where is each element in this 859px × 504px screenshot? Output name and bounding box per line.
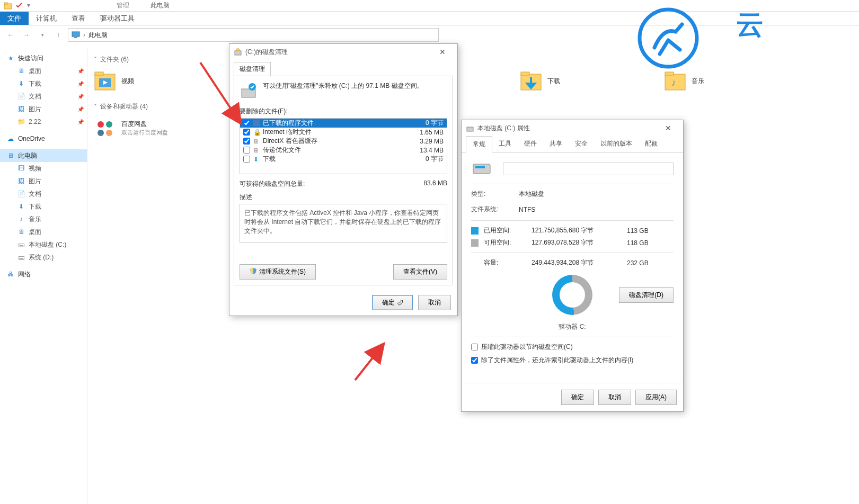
tab-file[interactable]: 文件 bbox=[0, 12, 29, 25]
tree-drive-c[interactable]: 🖴本地磁盘 (C:) bbox=[0, 238, 87, 251]
dialog-title-bar[interactable]: 本地磁盘 (C:) 属性 ✕ bbox=[462, 120, 683, 136]
drive-properties-dialog: 本地磁盘 (C:) 属性 ✕ 常规 工具 硬件 共享 安全 以前的版本 配额 类… bbox=[461, 120, 684, 412]
tree-this-pc[interactable]: 🖥此电脑 bbox=[0, 149, 87, 162]
tab-security[interactable]: 安全 bbox=[569, 136, 594, 152]
window-title: 此电脑 bbox=[150, 1, 170, 10]
tab-quota[interactable]: 配额 bbox=[639, 136, 664, 152]
tab-tools[interactable]: 工具 bbox=[492, 136, 518, 152]
capacity-label: 容量: bbox=[484, 258, 532, 267]
item-checkbox[interactable] bbox=[243, 147, 250, 154]
tree-quick-access[interactable]: ★ 快速访问 bbox=[0, 52, 87, 65]
documents-icon: 📄 bbox=[17, 190, 25, 197]
device-label: 百度网盘 bbox=[121, 120, 168, 129]
tab-disk-cleanup[interactable]: 磁盘清理 bbox=[234, 62, 271, 76]
capacity-gb: 232 GB bbox=[627, 259, 659, 267]
drive-icon: 🖴 bbox=[17, 241, 25, 248]
svg-rect-25 bbox=[473, 164, 490, 174]
group-devices-header[interactable]: ˅ 设备和驱动器 (4) bbox=[94, 99, 853, 114]
index-checkbox[interactable] bbox=[471, 357, 478, 364]
tab-drive-tools[interactable]: 驱动器工具 bbox=[93, 12, 142, 25]
tree-desktop2[interactable]: 🖥桌面 bbox=[0, 226, 87, 238]
pin-icon: 📌 bbox=[77, 106, 84, 112]
qat-check-icon[interactable] bbox=[15, 2, 24, 10]
back-button[interactable]: ← bbox=[4, 29, 17, 41]
desktop-icon: 🖥 bbox=[17, 67, 25, 75]
downloads-large-icon bbox=[520, 70, 542, 92]
tree-music[interactable]: ♪音乐 bbox=[0, 213, 87, 226]
tree-desktop[interactable]: 🖥桌面📌 bbox=[0, 65, 87, 77]
file-icon: 🗎 bbox=[253, 138, 261, 145]
clean-system-files-button[interactable]: 清理系统文件(S) bbox=[240, 264, 316, 280]
tab-sharing[interactable]: 共享 bbox=[543, 136, 569, 152]
svg-point-17 bbox=[106, 130, 112, 136]
close-button[interactable]: ✕ bbox=[658, 124, 679, 132]
list-item[interactable]: 🔒 Internet 临时文件1.65 MB bbox=[240, 128, 447, 137]
tab-view[interactable]: 查看 bbox=[64, 12, 93, 25]
list-item[interactable]: 🗎 DirectX 着色器缓存3.29 MB bbox=[240, 137, 447, 146]
qat-dropdown-icon[interactable]: ▾ bbox=[27, 2, 36, 10]
tree-222[interactable]: 📁2.22📌 bbox=[0, 115, 87, 128]
description-box: 已下载的程序文件包括 ActiveX 控件和 Java 小程序，你查看特定网页时… bbox=[240, 204, 447, 243]
drive-label-input[interactable] bbox=[503, 163, 674, 175]
tab-general[interactable]: 常规 bbox=[466, 136, 492, 152]
item-checkbox[interactable] bbox=[243, 156, 250, 163]
device-sublabel: 双击运行百度网盘 bbox=[121, 129, 168, 137]
svg-rect-1 bbox=[4, 3, 7, 4]
folder-icon: 📁 bbox=[17, 118, 25, 125]
item-checkbox[interactable] bbox=[243, 129, 250, 136]
drive-icon bbox=[466, 124, 474, 132]
folder-videos[interactable]: 视频 bbox=[94, 67, 221, 95]
cancel-button[interactable]: 取消 bbox=[418, 295, 451, 310]
video-icon: 🎞 bbox=[17, 165, 25, 172]
svg-text:♪: ♪ bbox=[671, 77, 676, 88]
folder-downloads[interactable]: 下载 bbox=[520, 67, 647, 95]
cancel-button[interactable]: 取消 bbox=[598, 390, 631, 405]
svg-rect-20 bbox=[235, 51, 241, 55]
address-bar[interactable]: › 此电脑 bbox=[68, 28, 439, 42]
forward-button[interactable]: → bbox=[20, 29, 33, 41]
tree-videos[interactable]: 🎞视频 bbox=[0, 162, 87, 175]
item-checkbox[interactable] bbox=[243, 138, 250, 145]
list-item[interactable]: 🗎 传递优化文件13.4 MB bbox=[240, 146, 447, 155]
file-icon bbox=[253, 120, 261, 127]
tree-pictures2[interactable]: 🖼图片 bbox=[0, 175, 87, 187]
free-label: 可用空间: bbox=[484, 238, 532, 247]
tree-pictures[interactable]: 🖼图片📌 bbox=[0, 103, 87, 115]
disk-cleanup-button[interactable]: 磁盘清理(D) bbox=[619, 287, 674, 303]
collapse-icon: ˅ bbox=[94, 56, 97, 64]
ok-button[interactable]: 确定 ⮰ bbox=[372, 295, 413, 310]
svg-rect-24 bbox=[467, 127, 473, 131]
tree-drive-d[interactable]: 🖴系统 (D:) bbox=[0, 251, 87, 264]
tree-downloads[interactable]: ⬇下载📌 bbox=[0, 77, 87, 90]
up-button[interactable]: ↑ bbox=[52, 29, 65, 41]
svg-rect-12 bbox=[665, 72, 674, 75]
compress-checkbox[interactable] bbox=[471, 344, 478, 350]
pc-icon bbox=[72, 31, 80, 39]
tree-downloads2[interactable]: ⬇下载 bbox=[0, 200, 87, 213]
group-folders-header[interactable]: ˅ 文件夹 (6) bbox=[94, 52, 853, 67]
tree-onedrive[interactable]: ☁OneDrive bbox=[0, 132, 87, 145]
svg-rect-3 bbox=[74, 37, 77, 38]
view-files-button[interactable]: 查看文件(V) bbox=[393, 264, 447, 280]
svg-rect-5 bbox=[95, 72, 103, 75]
tab-hardware[interactable]: 硬件 bbox=[518, 136, 543, 152]
tree-network[interactable]: 🖧网络 bbox=[0, 268, 87, 281]
free-bytes: 127,693,078,528 字节 bbox=[532, 238, 627, 247]
ribbon-tabs: 文件 计算机 查看 驱动器工具 bbox=[0, 12, 859, 25]
type-label: 类型: bbox=[471, 190, 519, 199]
apply-button[interactable]: 应用(A) bbox=[635, 390, 677, 405]
tree-documents[interactable]: 📄文档📌 bbox=[0, 90, 87, 103]
tab-computer[interactable]: 计算机 bbox=[29, 12, 64, 25]
tree-documents2[interactable]: 📄文档 bbox=[0, 187, 87, 200]
item-checkbox[interactable] bbox=[243, 120, 250, 127]
close-button[interactable]: ✕ bbox=[432, 48, 453, 56]
recent-dropdown[interactable]: ▾ bbox=[36, 29, 49, 41]
ok-button[interactable]: 确定 bbox=[561, 390, 594, 405]
used-swatch bbox=[471, 227, 479, 235]
tab-previous-versions[interactable]: 以前的版本 bbox=[594, 136, 639, 152]
device-baidu[interactable]: 百度网盘 双击运行百度网盘 bbox=[94, 114, 221, 142]
list-item[interactable]: ⬇ 下载0 字节 bbox=[240, 155, 447, 164]
list-item[interactable]: 已下载的程序文件0 字节 bbox=[240, 119, 447, 128]
files-listbox[interactable]: 已下载的程序文件0 字节 🔒 Internet 临时文件1.65 MB 🗎 Di… bbox=[240, 118, 447, 174]
dialog-title-bar[interactable]: (C:)的磁盘清理 ✕ bbox=[229, 44, 457, 60]
